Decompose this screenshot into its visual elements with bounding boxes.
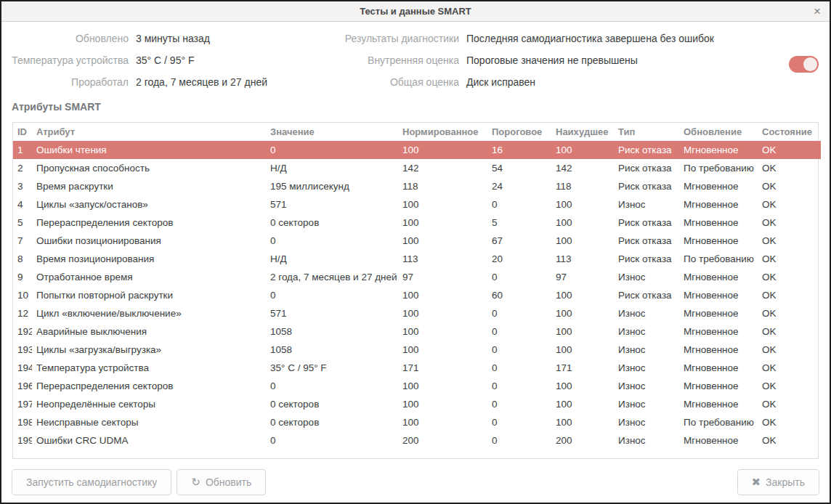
table-cell: 100 <box>551 232 614 250</box>
toggle-knob <box>803 57 817 71</box>
refresh-button[interactable]: ↻ Обновить <box>177 469 266 495</box>
column-header[interactable]: ID <box>13 123 32 141</box>
table-cell: 194 <box>13 359 32 377</box>
column-header[interactable]: Атрибут <box>32 123 266 141</box>
table-cell: 97 <box>398 268 487 286</box>
column-header[interactable]: Нормированное <box>398 123 487 141</box>
info-label: Результаты диагностики <box>343 31 459 46</box>
table-cell: 100 <box>398 286 487 304</box>
table-cell: Цикл «включение/выключение» <box>32 304 266 322</box>
table-cell: Мгновенное <box>679 304 758 322</box>
table-row[interactable]: 2Пропускная способностьН/Д14254142Риск о… <box>13 159 821 177</box>
column-header[interactable]: Состояние <box>758 123 821 141</box>
table-cell: 100 <box>551 141 614 159</box>
info-section: Обновлено3 минуты назадТемпература устро… <box>1 22 830 97</box>
table-row[interactable]: 9Отработанное время2 года, 7 месяцев и 2… <box>13 268 821 286</box>
info-value: 35° C / 95° F <box>136 53 194 68</box>
table-row[interactable]: 192Аварийные выключения10581000100ИзносМ… <box>13 322 821 341</box>
table-cell: По требованию <box>679 250 758 268</box>
close-button[interactable]: ✖ Закрыть <box>737 469 820 495</box>
refresh-button-label: Обновить <box>206 476 251 488</box>
table-cell: OK <box>758 359 821 377</box>
info-label: Температура устройства <box>1 53 129 68</box>
table-cell: 0 <box>266 377 398 395</box>
info-value: Диск исправен <box>466 75 535 90</box>
table-cell: Перераспределения секторов <box>32 214 266 232</box>
info-value: Последняя самодиагностика завершена без … <box>466 31 714 46</box>
table-row[interactable]: 3Время раскрутки195 миллисекунд11824118Р… <box>13 177 821 195</box>
table-cell: 100 <box>398 395 487 413</box>
table-cell: 100 <box>551 286 614 304</box>
table-cell: 100 <box>398 141 487 159</box>
info-label: Обновлено <box>1 31 129 46</box>
table-cell: Аварийные выключения <box>32 322 266 341</box>
table-cell: 100 <box>398 322 487 341</box>
table-row[interactable]: 7Ошибки позиционирования010067100Риск от… <box>13 232 821 250</box>
titlebar[interactable]: Тесты и данные SMART × <box>1 1 830 22</box>
table-cell: 200 <box>398 431 487 450</box>
table-row[interactable]: 194Температура устройства35° C / 95° F17… <box>13 359 821 377</box>
table-cell: 2 <box>13 159 32 177</box>
table-cell: Риск отказа <box>614 286 679 304</box>
table-cell: 195 миллисекунд <box>266 177 398 195</box>
table-row[interactable]: 196Перераспределения секторов01000100Изн… <box>13 377 821 395</box>
table-cell: 0 <box>487 395 551 413</box>
table-cell: Ошибки чтения <box>32 141 266 159</box>
table-cell: Мгновенное <box>679 268 758 286</box>
table-cell: 100 <box>551 341 614 359</box>
window-close-icon[interactable]: × <box>814 1 821 21</box>
table-row[interactable]: 193Циклы «загрузка/выгрузка»10581000100И… <box>13 341 821 359</box>
table-cell: 24 <box>487 177 551 195</box>
table-cell: 54 <box>487 159 551 177</box>
table-cell: OK <box>758 304 821 322</box>
table-row[interactable]: 199Ошибки CRC UDMA02000200ИзносМгновенно… <box>13 431 821 450</box>
info-value: 3 минуты назад <box>136 31 210 46</box>
table-cell: 0 <box>487 268 551 286</box>
table-row[interactable]: 8Время позиционированияН/Д11320113Риск о… <box>13 250 821 268</box>
table-cell: 0 <box>487 341 551 359</box>
table-row[interactable]: 197Неопределённые секторы0 секторов10001… <box>13 395 821 413</box>
table-cell: 196 <box>13 377 32 395</box>
table-cell: 142 <box>551 159 614 177</box>
table-cell: OK <box>758 141 821 159</box>
column-header[interactable]: Тип <box>614 123 679 141</box>
table-cell: Износ <box>614 268 679 286</box>
column-header[interactable]: Значение <box>266 123 398 141</box>
table-cell: По требованию <box>679 159 758 177</box>
table-cell: Мгновенное <box>679 359 758 377</box>
table-cell: 193 <box>13 341 32 359</box>
table-cell: Неопределённые секторы <box>32 395 266 413</box>
column-header[interactable]: Обновление <box>679 123 758 141</box>
self-test-button[interactable]: Запустить самодиагностику <box>12 469 171 495</box>
table-row[interactable]: 4Циклы «запуск/останов»5711000100ИзносМг… <box>13 195 821 214</box>
table-cell: Мгновенное <box>679 322 758 341</box>
table-cell: 12 <box>13 304 32 322</box>
column-header[interactable]: Пороговое <box>487 123 551 141</box>
table-cell: Перераспределения секторов <box>32 377 266 395</box>
smart-toggle[interactable] <box>789 56 819 73</box>
table-row[interactable]: 1Ошибки чтения010016100Риск отказаМгнове… <box>13 141 821 159</box>
table-cell: 571 <box>266 195 398 214</box>
table-cell: Мгновенное <box>679 395 758 413</box>
table-cell: Мгновенное <box>679 232 758 250</box>
table-cell: OK <box>758 431 821 450</box>
table-cell: 100 <box>398 341 487 359</box>
table-row[interactable]: 10Попытки повторной раскрутки010060100Ри… <box>13 286 821 304</box>
table-cell: 35° C / 95° F <box>266 359 398 377</box>
table-cell: OK <box>758 377 821 395</box>
table-cell: 100 <box>398 304 487 322</box>
table-cell: 0 <box>487 413 551 431</box>
info-label: Проработал <box>1 75 129 90</box>
info-row: Общая оценкаДиск исправен <box>343 75 830 90</box>
table-row[interactable]: 198Неисправные секторы0 секторов1000100И… <box>13 413 821 431</box>
table-cell: 118 <box>551 177 614 195</box>
table-cell: 0 <box>266 286 398 304</box>
table-cell: 9 <box>13 268 32 286</box>
table-row[interactable]: 12Цикл «включение/выключение»5711000100И… <box>13 304 821 322</box>
smart-attributes-table-frame: IDАтрибутЗначениеНормированноеПороговоеН… <box>12 122 819 459</box>
table-cell: Риск отказа <box>614 141 679 159</box>
table-cell: Износ <box>614 431 679 450</box>
table-cell: Мгновенное <box>679 431 758 450</box>
table-row[interactable]: 5Перераспределения секторов0 секторов100… <box>13 214 821 232</box>
column-header[interactable]: Наихудшее <box>551 123 614 141</box>
